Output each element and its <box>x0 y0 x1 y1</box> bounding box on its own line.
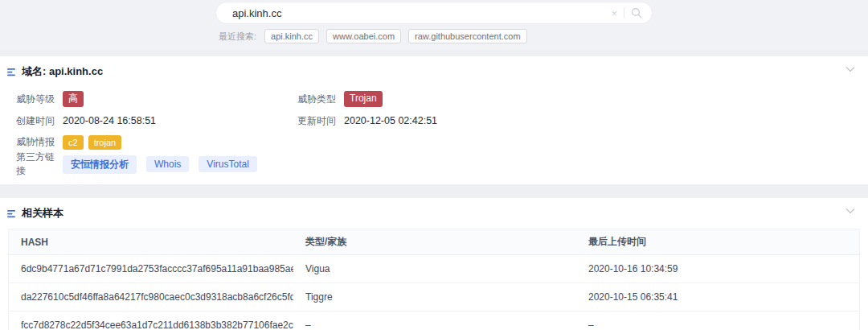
type-family-cell: Vigua <box>293 255 576 283</box>
field-threat-level: 威胁等级 高 <box>16 91 297 107</box>
third-party-link[interactable]: VirusTotal <box>199 156 256 172</box>
type-family-cell: Tiggre <box>293 283 576 311</box>
hash-cell: fcc7d8278c22d5f34cee63a1d7c211dd6138b3b3… <box>9 311 293 330</box>
hash-cell: 6dc9b4771a67d71c7991da2753facccc37af695a… <box>9 255 293 283</box>
recent-search-chip[interactable]: www.oabei.com <box>326 29 401 43</box>
field-label: 威胁类型 <box>297 93 344 106</box>
recent-search-chip[interactable]: api.kinh.cc <box>264 29 319 43</box>
field-label: 威胁情报 <box>16 135 63 149</box>
field-label: 创建时间 <box>16 114 63 128</box>
third-party-link[interactable]: Whois <box>146 156 189 172</box>
table-row: da227610c5df46ffa8a64217fc980caec0c3d931… <box>9 283 859 311</box>
column-header-hash: HASH <box>9 229 293 255</box>
last-upload-cell: 2020-10-15 06:35:41 <box>576 283 859 311</box>
samples-card-header: 相关样本 <box>0 198 868 224</box>
search-input[interactable] <box>232 7 606 19</box>
domain-info-card: 域名: api.kinh.cc 威胁等级 高 威胁类型 Trojan 创建时间 … <box>0 56 868 184</box>
intel-tag: trojan <box>88 135 122 149</box>
third-party-link[interactable]: 安恒情报分析 <box>63 155 137 174</box>
updated-time-value: 2020-12-05 02:42:51 <box>344 115 437 126</box>
section-list-icon <box>6 67 17 77</box>
recent-searches: 最近搜索: api.kinh.cc www.oabei.com raw.gith… <box>219 29 534 43</box>
threat-level-badge: 高 <box>63 91 84 107</box>
field-label: 更新时间 <box>297 114 344 128</box>
section-list-icon <box>6 208 17 219</box>
column-header-type-family: 类型/家族 <box>293 229 576 255</box>
recent-search-chip[interactable]: raw.githubusercontent.com <box>408 29 526 43</box>
samples-table: HASH 类型/家族 最后上传时间 6dc9b4771a67d71c7991da… <box>8 229 860 330</box>
last-upload-cell: – <box>576 311 859 330</box>
chevron-down-icon[interactable] <box>845 66 855 72</box>
column-header-last-upload: 最后上传时间 <box>576 229 859 255</box>
field-third-party-links: 第三方链接 安恒情报分析 Whois VirusTotal <box>16 151 267 178</box>
table-row: 6dc9b4771a67d71c7991da2753facccc37af695a… <box>9 255 859 283</box>
domain-info-grid: 威胁等级 高 威胁类型 Trojan 创建时间 2020-08-24 16:58… <box>0 82 868 175</box>
hash-cell: da227610c5df46ffa8a64217fc980caec0c3d931… <box>9 283 293 311</box>
intel-tag: c2 <box>63 135 84 149</box>
table-header-row: HASH 类型/家族 最后上传时间 <box>9 229 859 255</box>
field-created-time: 创建时间 2020-08-24 16:58:51 <box>16 114 297 128</box>
search-icon[interactable] <box>631 7 642 19</box>
field-threat-type: 威胁类型 Trojan <box>297 91 579 107</box>
threat-type-badge: Trojan <box>344 91 383 107</box>
field-label: 威胁等级 <box>16 93 63 106</box>
domain-card-title: 域名: api.kinh.cc <box>22 64 103 79</box>
created-time-value: 2020-08-24 16:58:51 <box>63 115 156 126</box>
type-family-cell: – <box>293 311 576 330</box>
recent-searches-label: 最近搜索: <box>219 31 256 43</box>
clear-icon[interactable]: × <box>606 8 622 19</box>
last-upload-cell: 2020-10-16 10:34:59 <box>576 255 859 283</box>
samples-card-title: 相关样本 <box>22 206 63 221</box>
table-row: fcc7d8278c22d5f34cee63a1d7c211dd6138b3b3… <box>9 311 859 330</box>
field-label: 第三方链接 <box>16 151 63 178</box>
field-updated-time: 更新时间 2020-12-05 02:42:51 <box>297 114 579 128</box>
chevron-down-icon[interactable] <box>845 208 855 214</box>
related-samples-card: 相关样本 HASH 类型/家族 最后上传时间 6dc9b4771a67d71c7… <box>0 198 868 330</box>
search-bar[interactable]: × <box>215 2 653 24</box>
field-threat-intel: 威胁情报 c2 trojan <box>16 135 126 149</box>
search-divider <box>624 7 624 19</box>
domain-card-header: 域名: api.kinh.cc <box>0 56 868 82</box>
top-search-area: × 最近搜索: api.kinh.cc www.oabei.com raw.gi… <box>0 0 868 50</box>
